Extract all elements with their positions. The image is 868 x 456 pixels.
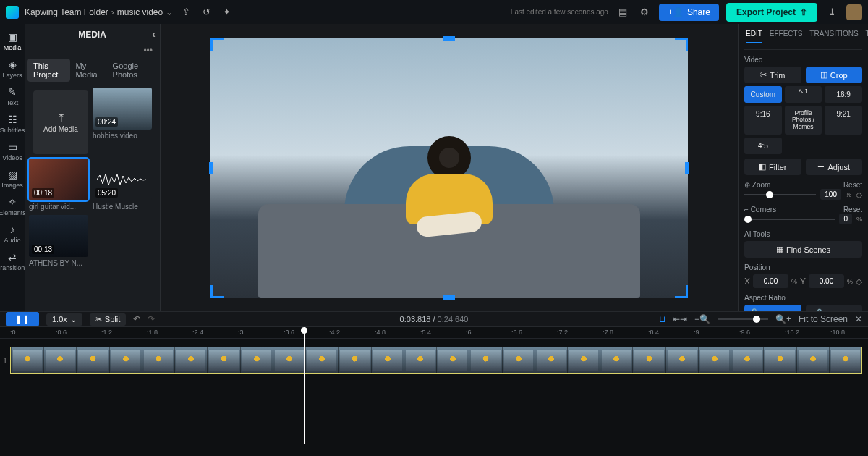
split-button[interactable]: ✂Split — [90, 313, 126, 326]
sidebar-media[interactable]: ▣Media — [1, 28, 24, 54]
trim-button[interactable]: ✂Trim — [744, 67, 801, 83]
chevron-down-icon[interactable]: ⌄ — [166, 7, 173, 17]
clip-thumbnail — [796, 347, 829, 373]
ratio-16-9[interactable]: 16:9 — [825, 86, 862, 103]
video-clip[interactable] — [10, 347, 862, 374]
ratio-4-5[interactable]: 4:5 — [744, 138, 782, 154]
crop-button[interactable]: ◫Crop — [806, 67, 863, 83]
resize-handle-top[interactable] — [443, 36, 455, 41]
sidebar-transitions[interactable]: ⇄Transitions — [1, 248, 24, 274]
resize-handle-right[interactable] — [685, 162, 689, 174]
zoom-in-icon[interactable]: 🔍+ — [775, 314, 791, 324]
zoom-slider[interactable] — [744, 194, 816, 195]
tab-my-media[interactable]: My Media — [70, 59, 107, 82]
download-icon[interactable]: ⤓ — [825, 5, 839, 20]
history-icon[interactable]: ↺ — [199, 5, 213, 20]
pause-button[interactable]: ❚❚ — [6, 312, 39, 326]
upload-icon[interactable]: ⇪ — [179, 5, 193, 20]
settings-icon[interactable]: ⚙ — [637, 5, 652, 20]
breadcrumb-folder[interactable]: Kapwing Team Folder — [25, 7, 109, 17]
ratio-custom[interactable]: Custom — [744, 86, 782, 103]
close-icon[interactable]: ✕ — [855, 314, 862, 324]
sidebar-images[interactable]: ▨Images — [1, 166, 24, 192]
resize-handle-bottom[interactable] — [443, 295, 455, 300]
snap-icon[interactable]: ⇤⇥ — [673, 314, 687, 324]
ruler-tick: :1.8 — [147, 329, 158, 336]
tab-timing[interactable]: TIMING — [866, 30, 868, 43]
timeline-zoom-slider[interactable] — [718, 318, 768, 320]
clip-thumbnail — [665, 347, 698, 373]
avatar[interactable] — [846, 4, 862, 20]
more-icon[interactable]: ••• — [25, 46, 160, 59]
tab-effects[interactable]: EFFECTS — [770, 30, 803, 43]
sidebar-layers[interactable]: ◈Layers — [1, 56, 24, 82]
media-duration: 00:24 — [95, 117, 118, 127]
adjust-button[interactable]: ⚌Adjust — [806, 159, 863, 175]
corners-slider[interactable] — [744, 219, 835, 220]
x-input[interactable]: 0.00 — [753, 274, 788, 288]
sidebar-elements[interactable]: ✧Elements — [1, 193, 24, 219]
media-item[interactable]: 05:20 Hustle Muscle — [93, 159, 152, 211]
tab-transitions[interactable]: TRANSITIONS — [809, 30, 858, 43]
breadcrumb[interactable]: Kapwing Team Folder › music video ⌄ — [25, 7, 173, 17]
magnet-icon[interactable]: ⊔ — [659, 314, 665, 324]
speed-selector[interactable]: 1.0x⌄ — [46, 313, 82, 326]
ratio-9-16[interactable]: 9:16 — [744, 106, 782, 135]
resize-handle-left[interactable] — [209, 162, 213, 174]
resize-handle-tr[interactable] — [675, 38, 688, 51]
sparkle-icon[interactable]: ✦ — [219, 5, 234, 20]
sidebar-text[interactable]: ✎Text — [1, 83, 24, 109]
resize-handle-tl[interactable] — [210, 38, 224, 51]
diamond-icon[interactable]: ◇ — [856, 190, 862, 200]
zoom-value[interactable]: 100 — [820, 189, 841, 200]
video-frame[interactable] — [210, 38, 688, 298]
collapse-icon[interactable]: ‹ — [152, 28, 156, 40]
playhead[interactable] — [304, 327, 305, 444]
position-label: Position — [744, 263, 862, 271]
diamond-icon[interactable]: ◇ — [856, 276, 862, 287]
comment-icon[interactable]: ▤ — [616, 5, 630, 20]
ratio-9-21[interactable]: 9:21 — [825, 106, 862, 135]
media-item[interactable]: 00:18 girl guitar vid... — [29, 159, 88, 211]
media-title: MEDIA — [78, 30, 106, 40]
sidebar-subtitles[interactable]: ☷Subtitles — [1, 111, 24, 137]
sidebar-videos[interactable]: ▭Videos — [1, 138, 24, 164]
sidebar-audio[interactable]: ♪Audio — [1, 221, 24, 247]
canvas[interactable] — [161, 24, 738, 311]
ruler-tick: :4.2 — [329, 329, 340, 336]
media-item[interactable]: 00:13 ATHENS BY N... — [29, 215, 88, 267]
tab-this-project[interactable]: This Project — [27, 59, 70, 82]
locked-button[interactable]: 🔒Locked — [806, 305, 863, 311]
corners-reset[interactable]: Reset — [843, 206, 862, 214]
upload-icon: ⤒ — [56, 111, 66, 125]
add-media-button[interactable]: ⤒ Add Media — [33, 90, 88, 154]
resize-handle-br[interactable] — [675, 285, 688, 298]
breadcrumb-project[interactable]: music video — [117, 7, 163, 17]
app-logo[interactable] — [6, 6, 19, 19]
zoom-out-icon[interactable]: −🔍 — [694, 314, 710, 324]
timeline-ruler[interactable]: :0:0.6:1.2:1.8:2.4:3:3.6:4.2:4.8:5.4:6:6… — [0, 327, 868, 339]
share-button[interactable]: +👤 Share — [659, 4, 719, 21]
undo-icon[interactable]: ↶ — [133, 314, 140, 324]
ratio-profile[interactable]: Profile Photos / Memes — [785, 106, 822, 135]
y-input[interactable]: 0.00 — [809, 274, 844, 288]
zoom-reset[interactable]: Reset — [843, 181, 862, 189]
tab-edit[interactable]: EDIT — [746, 30, 762, 43]
fit-to-screen[interactable]: Fit to Screen — [799, 314, 848, 324]
corners-value[interactable]: 0 — [839, 214, 852, 224]
export-button[interactable]: Export Project ⇧ — [726, 3, 817, 22]
trim-icon: ✂ — [760, 70, 767, 80]
tab-google-photos[interactable]: Google Photos — [107, 59, 157, 82]
track-number: 1 — [0, 357, 10, 365]
find-scenes-button[interactable]: ▦Find Scenes — [744, 241, 862, 258]
clip-thumbnail — [76, 347, 109, 373]
ruler-tick: :3 — [238, 329, 244, 336]
resize-handle-bl[interactable] — [210, 285, 224, 298]
media-item[interactable]: 00:24 hobbies video — [93, 88, 152, 154]
unlocked-button[interactable]: 🔓Unlocked — [744, 305, 801, 311]
filter-button[interactable]: ◧Filter — [744, 159, 801, 175]
ratio-1-1[interactable]: ↖1 — [785, 86, 822, 103]
redo-icon[interactable]: ↷ — [148, 314, 155, 324]
clip-thumbnail — [371, 347, 404, 373]
media-duration: 00:13 — [32, 245, 54, 254]
